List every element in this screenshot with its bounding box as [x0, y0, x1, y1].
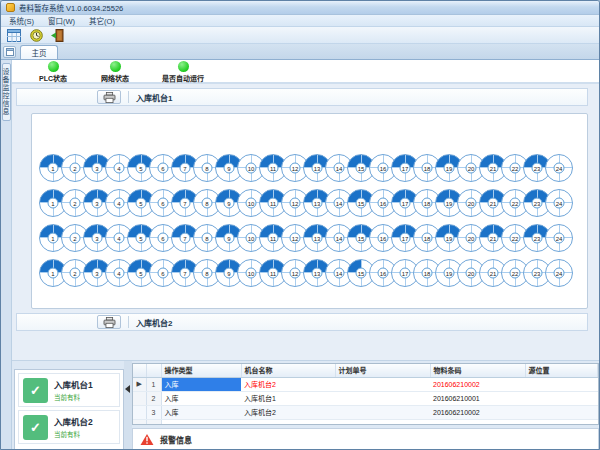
table-row[interactable]: 3入库入库机台2201606210002 — [133, 405, 598, 419]
table-cell[interactable]: 入库 — [161, 377, 241, 391]
menu-window[interactable]: 窗口(W) — [48, 15, 75, 26]
row-header-corner — [146, 364, 161, 377]
table-cell[interactable]: 201606210001 — [430, 391, 525, 405]
table-cell[interactable]: ▶ — [133, 377, 146, 391]
slot-number: 4 — [114, 162, 125, 173]
menu-bar: 系统(S) 窗口(W) 其它(O) — [1, 15, 599, 27]
table-cell[interactable] — [525, 419, 598, 425]
table-row[interactable]: 4 — [133, 419, 598, 425]
network-status-label: 网络状态 — [101, 73, 129, 83]
exit-door-icon[interactable] — [50, 28, 66, 43]
table-cell[interactable]: 201606210002 — [430, 405, 525, 419]
plc-status-lamp-icon — [48, 61, 59, 72]
table-cell[interactable] — [335, 419, 430, 425]
table-cell[interactable] — [133, 419, 146, 425]
slot-number: 24 — [554, 162, 565, 173]
slot-number: 2 — [70, 197, 81, 208]
left-dock-strip: 设备监控信息 — [1, 60, 12, 450]
slot-number: 18 — [422, 232, 433, 243]
slot-number: 24 — [554, 267, 565, 278]
slot-number: 8 — [202, 162, 213, 173]
table-cell[interactable]: 201606210002 — [430, 377, 525, 391]
window-title: 卷料暂存系统 V1.0.6034.25526 — [19, 2, 123, 13]
machine-card-status: 当前有料 — [54, 392, 93, 402]
slot-number: 2 — [70, 267, 81, 278]
column-header[interactable]: 操作类型 — [161, 364, 241, 377]
column-header[interactable]: 计划单号 — [335, 364, 430, 377]
table-row[interactable]: ▶1入库入库机台2201606210002 — [133, 377, 598, 391]
column-header[interactable]: 源位置 — [525, 364, 598, 377]
slot-number: 6 — [158, 267, 169, 278]
slot-number: 21 — [488, 232, 499, 243]
task-grid: 操作类型机台名称计划单号物料条码源位置 ▶1入库入库机台220160621000… — [132, 363, 599, 425]
slot-number: 18 — [422, 162, 433, 173]
slot-number: 1 — [48, 197, 59, 208]
table-cell[interactable] — [161, 419, 241, 425]
alarm-panel[interactable]: 报警信息 — [132, 428, 599, 450]
panel-splitter[interactable] — [124, 361, 132, 450]
table-cell[interactable] — [241, 419, 335, 425]
table-row[interactable]: 2入库入库机台1201606210001 — [133, 391, 598, 405]
schedule-table-icon[interactable] — [6, 28, 22, 43]
slot-grid-machine1: 1234567891011121314151617181920212223241… — [31, 113, 588, 309]
slot-number: 5 — [136, 267, 147, 278]
menu-system[interactable]: 系统(S) — [9, 15, 34, 26]
print-button-2[interactable] — [97, 315, 121, 329]
table-cell[interactable] — [525, 405, 598, 419]
slot-number: 4 — [114, 197, 125, 208]
table-cell[interactable] — [335, 391, 430, 405]
slot-number: 14 — [334, 267, 345, 278]
column-header[interactable]: 机台名称 — [241, 364, 335, 377]
slot-number: 14 — [334, 197, 345, 208]
table-cell[interactable]: 3 — [146, 405, 161, 419]
table-cell[interactable] — [335, 377, 430, 391]
slot-number: 7 — [180, 197, 191, 208]
machine-card-1[interactable]: ✓ 入库机台1 当前有料 — [18, 373, 120, 407]
slot-number: 5 — [136, 232, 147, 243]
table-cell[interactable]: 入库机台1 — [241, 391, 335, 405]
window-list-icon[interactable] — [3, 46, 16, 58]
slot-number: 15 — [356, 232, 367, 243]
table-cell[interactable] — [525, 391, 598, 405]
slot-number: 7 — [180, 267, 191, 278]
table-cell[interactable]: 2 — [146, 391, 161, 405]
slot-row-3: 123456789101112131415161718192021222324 — [37, 220, 582, 255]
slot-number: 8 — [202, 197, 213, 208]
slot-number: 13 — [312, 197, 323, 208]
machine-cards-panel: ✓ 入库机台1 当前有料 ✓ 入库机台2 当前有料 — [14, 369, 124, 450]
slot-number: 16 — [378, 162, 389, 173]
slot-number: 17 — [400, 162, 411, 173]
table-cell[interactable]: 1 — [146, 377, 161, 391]
clock-icon[interactable] — [28, 28, 44, 43]
slot-number: 16 — [378, 197, 389, 208]
table-cell[interactable] — [133, 391, 146, 405]
storage-slot-1-24: 24 — [545, 154, 573, 182]
autorun-status: 是否自动运行 — [146, 60, 220, 83]
table-cell[interactable] — [525, 377, 598, 391]
table-cell[interactable]: 入库机台2 — [241, 405, 335, 419]
slot-number: 1 — [48, 162, 59, 173]
slot-number: 18 — [422, 267, 433, 278]
table-cell[interactable] — [430, 419, 525, 425]
tab-home[interactable]: 主页 — [20, 45, 58, 59]
table-cell[interactable]: 4 — [146, 419, 161, 425]
table-cell[interactable]: 入库 — [161, 405, 241, 419]
column-header[interactable]: 物料条码 — [430, 364, 525, 377]
machine-card-2[interactable]: ✓ 入库机台2 当前有料 — [18, 410, 120, 444]
table-cell[interactable] — [335, 405, 430, 419]
slot-number: 20 — [466, 162, 477, 173]
table-cell[interactable]: 入库机台2 — [241, 377, 335, 391]
slot-number: 23 — [532, 232, 543, 243]
section-header-machine2: 入库机台2 — [16, 313, 588, 331]
slot-number: 15 — [356, 162, 367, 173]
slot-number: 14 — [334, 162, 345, 173]
menu-other[interactable]: 其它(O) — [89, 15, 115, 26]
print-button[interactable] — [97, 90, 121, 104]
slot-number: 10 — [246, 232, 257, 243]
machine2-title: 入库机台2 — [136, 317, 172, 328]
slot-number: 11 — [268, 197, 279, 208]
plc-status: PLC状态 — [22, 60, 84, 83]
table-cell[interactable]: 入库 — [161, 391, 241, 405]
side-panel-tab[interactable]: 设备监控信息 — [2, 63, 11, 121]
table-cell[interactable] — [133, 405, 146, 419]
